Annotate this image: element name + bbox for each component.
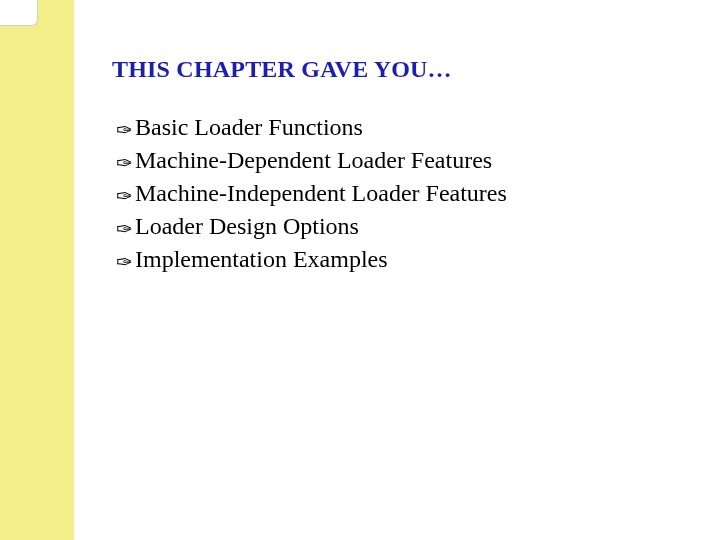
list-item-text: Basic Loader Functions (135, 111, 363, 144)
accent-bar (0, 0, 74, 540)
list-item: ✑ Machine-Dependent Loader Features (116, 144, 690, 177)
bullet-icon: ✑ (116, 117, 133, 145)
slide-title: THIS CHAPTER GAVE YOU… (112, 56, 690, 83)
list-item: ✑ Implementation Examples (116, 243, 690, 276)
slide: THIS CHAPTER GAVE YOU… ✑ Basic Loader Fu… (0, 0, 720, 540)
list-item-text: Implementation Examples (135, 243, 388, 276)
bullet-icon: ✑ (116, 249, 133, 277)
bullet-icon: ✑ (116, 183, 133, 211)
bullet-icon: ✑ (116, 150, 133, 178)
content-area: THIS CHAPTER GAVE YOU… ✑ Basic Loader Fu… (112, 56, 690, 277)
list-item-text: Loader Design Options (135, 210, 359, 243)
corner-tab (0, 0, 38, 26)
list-item-text: Machine-Independent Loader Features (135, 177, 507, 210)
list-item-text: Machine-Dependent Loader Features (135, 144, 492, 177)
list-item: ✑ Machine-Independent Loader Features (116, 177, 690, 210)
list-item: ✑ Basic Loader Functions (116, 111, 690, 144)
list-item: ✑ Loader Design Options (116, 210, 690, 243)
bullet-list: ✑ Basic Loader Functions ✑ Machine-Depen… (112, 111, 690, 277)
bullet-icon: ✑ (116, 216, 133, 244)
